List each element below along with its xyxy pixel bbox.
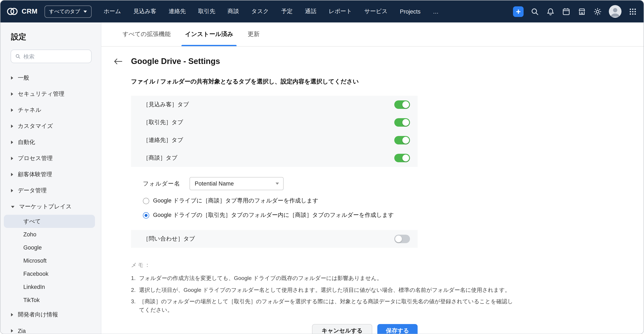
chevron-right-icon	[11, 125, 13, 128]
sidebar-item-label: カスタマイズ	[18, 122, 53, 130]
folder-name-value: Potential Name	[195, 180, 234, 187]
marketplace-button[interactable]	[578, 7, 586, 16]
folder-name-label: フォルダー名	[143, 180, 180, 187]
sidebar-subitem-tiktok[interactable]: TikTok	[4, 294, 95, 307]
page-title: Google Drive - Settings	[131, 57, 220, 66]
sidebar-item-process[interactable]: プロセス管理	[0, 150, 101, 166]
toggle-row-label: ［商談］タブ	[143, 154, 178, 162]
quick-create-button[interactable]: +	[513, 6, 524, 17]
sidebar-item-label: チャネル	[18, 106, 41, 114]
search-button[interactable]	[530, 7, 539, 16]
chevron-right-icon	[11, 157, 13, 160]
toggle-switch-deals[interactable]	[394, 154, 410, 162]
toggle-switch-accounts[interactable]	[394, 118, 410, 127]
nav-item[interactable]: Projects	[400, 8, 420, 14]
sidebar-subitem-linkedin[interactable]: LinkedIn	[4, 281, 95, 294]
calendar-button[interactable]	[562, 7, 571, 16]
chevron-right-icon	[11, 108, 13, 112]
nav-item[interactable]: 取引先	[198, 8, 215, 15]
sidebar-item-label: セキュリティ管理	[18, 90, 64, 98]
sidebar-item-channels[interactable]: チャネル	[0, 102, 101, 118]
nav-item[interactable]: 通話	[305, 8, 316, 15]
radio-button[interactable]	[143, 212, 149, 218]
user-avatar[interactable]	[609, 5, 622, 18]
nav-item[interactable]: レポート	[329, 8, 352, 15]
apps-grid-icon	[629, 8, 636, 15]
toggle-switch-contacts[interactable]	[394, 136, 410, 144]
radio-option-nested-folder[interactable]: Google ドライブの［取引先］タブのフォルダー内に［商談］タブのフォルダーを…	[143, 211, 406, 219]
nav-more-item[interactable]: …	[433, 8, 438, 14]
nav-item[interactable]: サービス	[364, 8, 388, 15]
extension-tabs: すべての拡張機能 インストール済み 更新	[101, 22, 644, 47]
note-number: 2.	[131, 286, 139, 294]
tab-updates[interactable]: 更新	[247, 22, 260, 46]
sidebar-item-marketplace[interactable]: マーケットプレイス	[0, 199, 101, 215]
nav-item[interactable]: 商談	[228, 8, 239, 15]
sidebar-item-customization[interactable]: カスタマイズ	[0, 118, 101, 134]
main-panel: すべての拡張機能 インストール済み 更新 Google Drive - Sett…	[101, 22, 644, 334]
settings-button[interactable]	[593, 7, 602, 16]
toggle-row: ［取引先］タブ	[131, 113, 418, 131]
nav-item[interactable]: 見込み客	[133, 8, 156, 15]
toggle-row: ［商談］タブ	[131, 149, 418, 167]
sidebar-subitem-microsoft[interactable]: Microsoft	[4, 254, 95, 267]
sidebar-search-input[interactable]	[24, 53, 87, 59]
notifications-button[interactable]	[546, 7, 555, 16]
radio-label: Google ドライブに［商談］タブ専用のフォルダーを作成します	[153, 197, 318, 205]
sidebar-item-label: 自動化	[18, 138, 35, 146]
sidebar-item-developer[interactable]: 開発者向け情報	[0, 307, 101, 323]
topbar: CRM すべてのタブ ホーム 見込み客 連絡先 取引先 商談 タスク 予定 通話…	[0, 0, 644, 22]
sidebar-item-data[interactable]: データ管理	[0, 183, 101, 199]
radio-label: Google ドライブの［取引先］タブのフォルダー内に［商談］タブのフォルダーを…	[153, 211, 394, 219]
sidebar-item-security[interactable]: セキュリティ管理	[0, 86, 101, 102]
sidebar-item-automation[interactable]: 自動化	[0, 134, 101, 150]
sidebar-subitem-all[interactable]: すべて	[4, 215, 95, 228]
chevron-right-icon	[11, 313, 13, 317]
folder-name-select[interactable]: Potential Name	[190, 177, 284, 190]
chevron-down-icon	[84, 10, 87, 12]
tab-selector-label: すべてのタブ	[49, 8, 80, 15]
chevron-right-icon	[11, 76, 13, 80]
sidebar-item-zia[interactable]: Zia	[0, 323, 101, 334]
gear-icon	[594, 7, 602, 15]
toggle-row-label: ［連絡先］タブ	[143, 136, 183, 144]
sidebar-item-general[interactable]: 一般	[0, 70, 101, 86]
crm-window: CRM すべてのタブ ホーム 見込み客 連絡先 取引先 商談 タスク 予定 通話…	[0, 0, 644, 334]
nav-item[interactable]: 予定	[281, 8, 293, 15]
nav-item[interactable]: タスク	[252, 8, 269, 15]
radio-button[interactable]	[143, 198, 149, 204]
chevron-right-icon	[11, 329, 13, 333]
nav-item[interactable]: ホーム	[104, 8, 121, 15]
chevron-right-icon	[11, 189, 13, 192]
sidebar-subitem-google[interactable]: Google	[4, 241, 95, 254]
chevron-right-icon	[11, 173, 13, 176]
chevron-down-icon	[11, 206, 14, 208]
note-item: 3. ［商談］のフォルダーの場所として［取引先］のフォルダーを選択する際には、対…	[131, 297, 517, 314]
apps-grid-button[interactable]	[628, 7, 637, 16]
note-item: 1. フォルダーの作成方法を変更しても、Google ドライブの既存のフォルダー…	[131, 274, 517, 282]
radio-option-dedicated-folder[interactable]: Google ドライブに［商談］タブ専用のフォルダーを作成します	[143, 197, 406, 205]
tab-selector-dropdown[interactable]: すべてのタブ	[44, 5, 92, 17]
sidebar-subitem-zoho[interactable]: Zoho	[4, 228, 95, 241]
sidebar-search[interactable]	[10, 49, 92, 63]
sidebar-subitem-facebook[interactable]: Facebook	[4, 267, 95, 281]
sidebar-item-cx[interactable]: 顧客体験管理	[0, 166, 101, 183]
settings-content: Google Drive - Settings ファイル / フォルダーの共有対…	[101, 47, 644, 334]
save-button[interactable]: 保存する	[378, 324, 418, 334]
sidebar-item-label: マーケットプレイス	[19, 203, 72, 211]
toggle-row: ［見込み客］タブ	[131, 96, 418, 113]
toggle-switch-cases[interactable]	[394, 235, 410, 243]
note-text: 選択した項目が、Google ドライブのフォルダー名として使用されます。選択した…	[139, 286, 510, 294]
settings-title: 設定	[11, 32, 101, 42]
tab-all-extensions[interactable]: すべての拡張機能	[122, 22, 172, 46]
zoho-logo[interactable]	[6, 7, 18, 16]
back-button[interactable]	[113, 57, 123, 66]
sidebar-item-label: 顧客体験管理	[18, 171, 52, 178]
nav-item[interactable]: 連絡先	[169, 8, 186, 15]
chevron-right-icon	[11, 141, 13, 144]
toggle-row: ［問い合わせ］タブ	[131, 230, 418, 248]
cancel-button[interactable]: キャンセルする	[312, 324, 372, 334]
topbar-actions: +	[513, 5, 637, 18]
tab-installed[interactable]: インストール済み	[184, 22, 234, 46]
toggle-switch-leads[interactable]	[394, 100, 410, 109]
